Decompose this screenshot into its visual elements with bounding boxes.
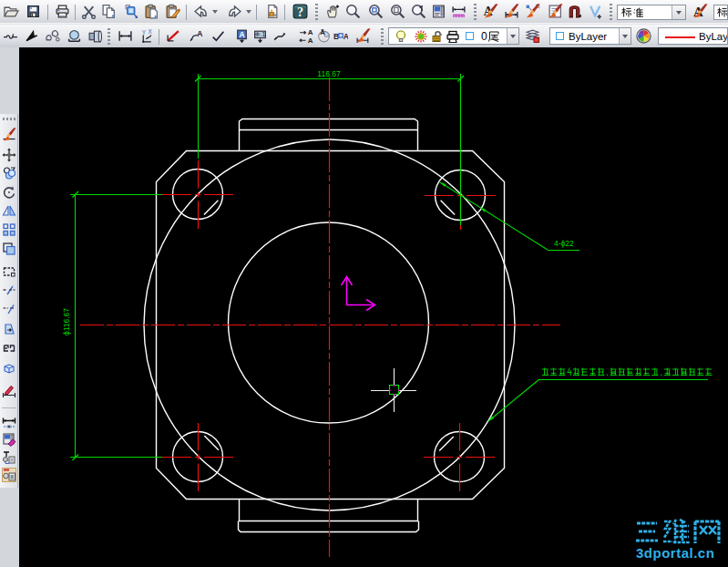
svg-text:4-ϕ22: 4-ϕ22: [554, 239, 574, 248]
svg-text:A: A: [308, 36, 313, 44]
svg-text:Y: Y: [142, 29, 147, 36]
svg-text:A: A: [197, 29, 202, 38]
svg-text:3dportal.cn: 3dportal.cn: [636, 545, 714, 561]
svg-text:116.67: 116.67: [317, 69, 341, 78]
svg-text:A: A: [343, 32, 348, 41]
svg-text:ϕ116.67: ϕ116.67: [62, 308, 71, 335]
svg-text:X: X: [149, 28, 153, 35]
svg-text:?: ?: [297, 5, 303, 19]
svg-text:A: A: [239, 30, 244, 39]
svg-text:⊕.1: ⊕.1: [255, 31, 266, 37]
